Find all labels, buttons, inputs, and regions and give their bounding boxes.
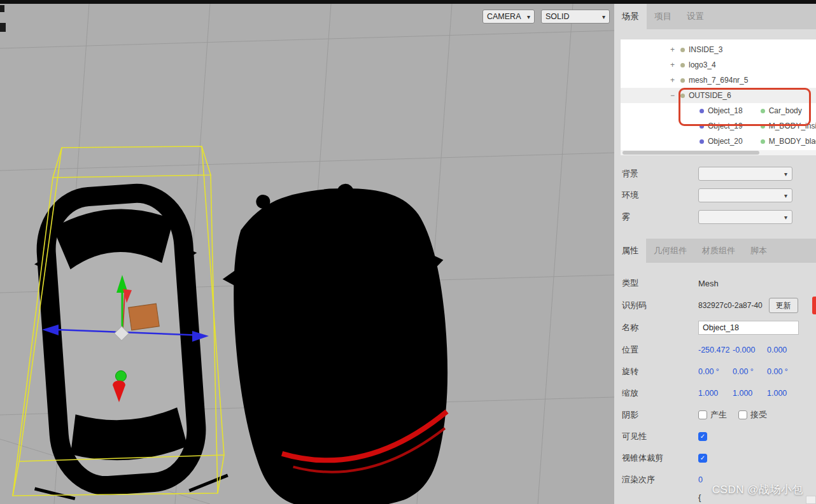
tree-item-label: Object_18: [708, 106, 743, 115]
shadow-cast-label: 产生: [710, 409, 727, 421]
shading-select[interactable]: SOLID ▾: [541, 10, 610, 24]
outliner-horizontal-scrollbar[interactable]: [621, 150, 816, 155]
material-dot-icon: [761, 109, 765, 113]
render-order-label: 渲染次序: [622, 474, 698, 486]
chevron-down-icon: ▾: [784, 214, 787, 221]
shadow-receive-label: 接受: [750, 409, 767, 421]
tab-geometry[interactable]: 几何组件: [646, 239, 694, 263]
screen-artifact: [0, 23, 6, 32]
car-right-model[interactable]: [216, 178, 460, 504]
viewport-canvas[interactable]: [0, 4, 614, 504]
tree-item-outside6[interactable]: − OUTSIDE_6: [621, 88, 816, 103]
frustum-cull-checkbox[interactable]: ✓: [698, 454, 707, 463]
uuid-value: 832927c0-2a87-40: [698, 301, 763, 310]
group-type-dot-icon: [680, 78, 685, 83]
chevron-down-icon: ▾: [522, 13, 530, 20]
mesh-type-dot-icon: [700, 109, 704, 113]
scrollbar-thumb[interactable]: [623, 151, 759, 155]
tab-material[interactable]: 材质组件: [694, 239, 743, 263]
fog-label: 雾: [622, 211, 698, 223]
tree-item-object20[interactable]: Object_20 M_BODY_black: [621, 134, 816, 149]
red-edge-marker: [812, 297, 816, 314]
position-y-field[interactable]: -0.000: [733, 346, 767, 354]
userdata-preview[interactable]: {: [698, 493, 701, 502]
check-icon: ✓: [700, 455, 705, 461]
car-left-model[interactable]: [15, 188, 229, 501]
tab-scene[interactable]: 场景: [614, 4, 647, 29]
visible-row: 可见性 ✓: [622, 429, 816, 444]
scale-row: 缩放 1.000 1.000 1.000: [622, 386, 816, 401]
tab-project[interactable]: 项目: [647, 4, 679, 29]
shadow-cast-checkbox[interactable]: [698, 410, 707, 419]
rotation-x-field[interactable]: 0.00 °: [698, 367, 733, 376]
group-type-dot-icon: [680, 48, 685, 52]
collapse-icon[interactable]: −: [670, 91, 680, 100]
material-dot-icon: [761, 124, 765, 129]
rotation-row: 旋转 0.00 ° 0.00 ° 0.00 °: [622, 364, 816, 379]
shadow-label: 阴影: [622, 409, 698, 421]
background-select[interactable]: ▾: [698, 167, 792, 181]
frustum-cull-label: 视锥体裁剪: [622, 452, 698, 464]
position-label: 位置: [622, 344, 698, 356]
shadow-receive-checkbox[interactable]: [738, 410, 747, 419]
type-value: Mesh: [698, 279, 719, 288]
tree-item-material: M_BODY_inside: [769, 122, 816, 130]
fog-row: 雾 ▾: [622, 209, 816, 225]
tree-item-label: INSIDE_3: [689, 45, 722, 54]
camera-select[interactable]: CAMERA ▾: [482, 10, 535, 24]
viewport[interactable]: CAMERA ▾ SOLID ▾: [0, 4, 614, 504]
tree-item-mesh7[interactable]: + mesh_7_694nr_5: [621, 73, 816, 88]
green-marker: [116, 371, 127, 382]
tab-properties[interactable]: 属性: [614, 239, 646, 263]
position-z-field[interactable]: 0.000: [767, 346, 801, 354]
tree-item-object19[interactable]: Object_19 M_BODY_inside: [621, 118, 816, 134]
rotation-y-field[interactable]: 0.00 °: [733, 367, 767, 376]
screen-artifact: [0, 5, 4, 12]
gizmo-x-pos-arrow[interactable]: [192, 331, 209, 342]
position-x-field[interactable]: -250.472: [698, 346, 733, 354]
tree-item-label: logo3_4: [689, 60, 716, 69]
name-label: 名称: [622, 322, 698, 333]
rotation-label: 旋转: [622, 366, 698, 377]
scene-outliner[interactable]: + INSIDE_3 + logo3_4 + mesh_7_694nr_5 − …: [621, 39, 816, 155]
uuid-update-button[interactable]: 更新: [769, 298, 798, 313]
background-label: 背景: [622, 168, 698, 179]
name-input[interactable]: [698, 321, 799, 335]
mesh-type-dot-icon: [700, 124, 704, 129]
scale-z-field[interactable]: 1.000: [767, 389, 801, 398]
tree-item-logo3[interactable]: + logo3_4: [621, 57, 816, 73]
shadow-row: 阴影 产生 接受: [622, 407, 816, 423]
type-row: 类型 Mesh: [622, 276, 816, 291]
object-tabbar: 属性 几何组件 材质组件 脚本: [614, 239, 816, 263]
sidebar-tabbar: 场景 项目 设置: [614, 4, 816, 29]
tab-script[interactable]: 脚本: [743, 239, 775, 263]
scale-y-field[interactable]: 1.000: [733, 389, 767, 398]
environment-row: 环境 ▾: [622, 188, 816, 203]
fog-select[interactable]: ▾: [698, 210, 792, 224]
expand-icon[interactable]: +: [670, 60, 680, 69]
uuid-label: 识别码: [622, 300, 698, 311]
environment-select[interactable]: ▾: [698, 188, 792, 202]
tree-item-label: mesh_7_694nr_5: [689, 76, 748, 85]
visible-label: 可见性: [622, 431, 698, 442]
scrollbar-corner: [806, 496, 816, 504]
type-label: 类型: [622, 277, 698, 289]
tree-item-label: Object_20: [708, 137, 743, 146]
rotation-z-field[interactable]: 0.00 °: [767, 367, 801, 376]
tree-item-material: Car_body: [769, 106, 802, 115]
visible-checkbox[interactable]: ✓: [698, 432, 707, 441]
scale-x-field[interactable]: 1.000: [698, 389, 733, 398]
group-type-dot-icon: [680, 94, 685, 98]
environment-label: 环境: [622, 190, 698, 201]
mesh-type-dot-icon: [700, 139, 704, 144]
material-dot-icon: [761, 139, 765, 144]
sidebar-panel: 场景 项目 设置 + INSIDE_3 + logo3_4 + mesh_7_6…: [614, 4, 816, 504]
uuid-row: 识别码 832927c0-2a87-40 更新: [622, 298, 816, 313]
tab-settings[interactable]: 设置: [679, 4, 712, 29]
tree-item-object18[interactable]: Object_18 Car_body: [621, 103, 816, 118]
scale-label: 缩放: [622, 388, 698, 399]
expand-icon[interactable]: +: [670, 76, 680, 85]
camera-select-value: CAMERA: [487, 12, 521, 21]
expand-icon[interactable]: +: [670, 45, 680, 54]
tree-item-inside3[interactable]: + INSIDE_3: [621, 42, 816, 57]
